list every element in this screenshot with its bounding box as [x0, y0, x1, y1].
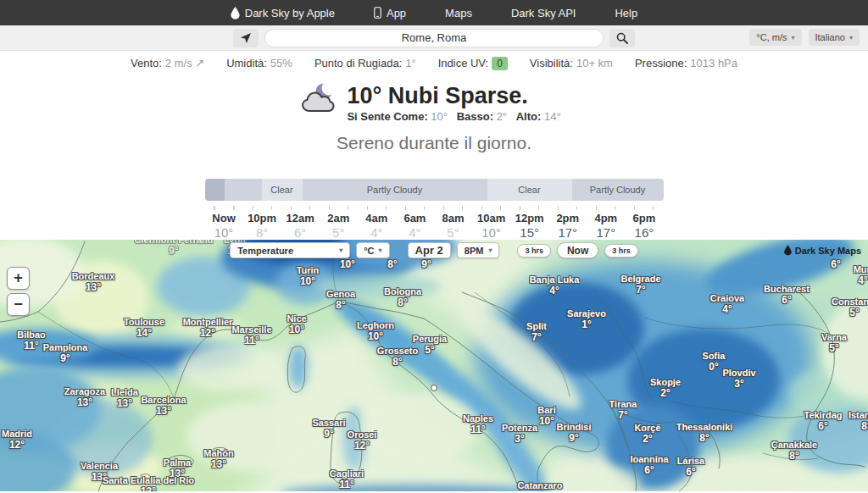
- timeline-hour: 10am10°: [472, 212, 510, 240]
- chevron-down-icon: ▾: [791, 34, 794, 42]
- timeline-segment[interactable]: [205, 179, 225, 201]
- map-unit-select[interactable]: °C ▾: [356, 242, 389, 258]
- hour-temp: 10°: [472, 225, 510, 240]
- stat-humidity: Umidità: 55%: [226, 57, 292, 69]
- chevron-down-icon: ▾: [488, 246, 492, 254]
- language-select[interactable]: Italiano ▾: [809, 29, 860, 46]
- timeline-hour: 2pm17°: [548, 212, 587, 240]
- timeline-segment[interactable]: Partly Cloudy: [303, 179, 487, 201]
- nav-item-api[interactable]: Dark Sky API: [511, 7, 576, 19]
- stat-label: Umidità:: [226, 57, 267, 69]
- day-summary: Sereno durante il giorno.: [0, 133, 868, 153]
- stat-value: 1013 hPa: [690, 57, 737, 69]
- hour-temp: 5°: [434, 225, 472, 240]
- stat-value: 2 m/s ↗: [165, 57, 204, 69]
- map-canvas[interactable]: [0, 240, 868, 491]
- stat-value: 10+ km: [576, 57, 613, 69]
- timeline-hours: Now10°10pm8°12am6°2am5°4am4°6am4°8am5°10…: [205, 212, 664, 240]
- timeline-ticks: [205, 206, 664, 210]
- hour-label: 8am: [434, 212, 472, 224]
- stat-visibility: Visibilità: 10+ km: [530, 57, 613, 69]
- map-forward-button[interactable]: 3 hrs: [604, 244, 638, 258]
- timeline-hour: 4am4°: [358, 212, 396, 240]
- timeline-hour: 12pm15°: [510, 212, 548, 240]
- stat-label: Visibilità:: [530, 57, 573, 69]
- stat-dew-point: Punto di Rugiada: 1°: [314, 57, 416, 69]
- stat-label: Pressione:: [635, 57, 687, 69]
- map-back-button[interactable]: 3 hrs: [517, 244, 551, 258]
- timeline-bar[interactable]: ClearPartly CloudyClearPartly Cloudy: [205, 179, 664, 201]
- nav-brand[interactable]: Dark Sky by Apple: [231, 7, 335, 19]
- nav-item-app[interactable]: App: [374, 7, 406, 19]
- nav-item-maps[interactable]: Maps: [445, 7, 472, 19]
- zoom-in-button[interactable]: +: [7, 267, 30, 290]
- timeline-segment[interactable]: Clear: [262, 179, 303, 201]
- chevron-down-icon: ▾: [379, 246, 382, 254]
- hour-label: Now: [205, 212, 243, 224]
- hour-label: 2pm: [548, 212, 587, 224]
- map-time-select[interactable]: 8PM ▾: [457, 242, 500, 258]
- hour-temp: 10°: [205, 225, 243, 240]
- hour-temp: 17°: [548, 225, 587, 240]
- search-button[interactable]: [609, 29, 635, 47]
- phone-icon: [374, 7, 381, 19]
- map-unit-value: °C: [364, 246, 374, 256]
- feels-like-row: Si Sente Come: 10° Basso: 2° Alto: 14°: [347, 110, 566, 123]
- language-select-value: Italiano: [815, 32, 845, 42]
- nav-item-label: Dark Sky API: [511, 7, 576, 19]
- map-date-label[interactable]: Apr 2: [408, 242, 451, 258]
- hour-label: 6pm: [625, 212, 663, 224]
- chevron-down-icon: ▾: [339, 246, 342, 254]
- units-select-value: °C, m/s: [756, 32, 787, 42]
- timeline-segment[interactable]: Partly Cloudy: [572, 179, 664, 201]
- zoom-out-button[interactable]: −: [7, 293, 30, 316]
- hourly-timeline: ClearPartly CloudyClearPartly Cloudy Now…: [205, 179, 664, 240]
- location-marker: [431, 385, 437, 391]
- low-value: 2°: [497, 110, 507, 123]
- map-toolbar: Temperature ▾ °C ▾ Apr 2 8PM ▾ 3 hrs Now…: [0, 242, 868, 258]
- current-conditions: 10° Nubi Sparse. Si Sente Come: 10° Bass…: [0, 75, 868, 166]
- hour-label: 2am: [320, 212, 358, 224]
- high-label: Alto:: [516, 110, 542, 123]
- timeline-hour: 2am5°: [320, 212, 358, 240]
- hour-temp: 4°: [358, 225, 396, 240]
- nav-item-help[interactable]: Help: [615, 7, 637, 19]
- hour-temp: 4°: [396, 225, 434, 240]
- stats-row: Vento: 2 m/s ↗ Umidità: 55% Punto di Rug…: [0, 51, 868, 75]
- map-now-button[interactable]: Now: [557, 242, 598, 258]
- hour-label: 10am: [472, 212, 510, 224]
- weather-map[interactable]: Clermont-Ferrand9°Lyon12°10°8°9°6°Mun4°T…: [0, 240, 868, 491]
- timeline-hour: 10pm8°: [243, 212, 281, 240]
- uv-badge: 0: [492, 57, 508, 70]
- search-input[interactable]: [264, 29, 604, 47]
- moon-behind-cloud-icon: [301, 82, 340, 113]
- low-label: Basso:: [457, 110, 493, 123]
- stat-pressure: Pressione: 1013 hPa: [635, 57, 737, 69]
- map-brand[interactable]: Dark Sky Maps: [784, 245, 861, 256]
- feels-like-label: Si Sente Come:: [347, 110, 427, 123]
- timeline-segment[interactable]: [225, 179, 262, 201]
- stat-wind: Vento: 2 m/s ↗: [131, 57, 204, 69]
- stat-label: Indice UV:: [438, 57, 489, 69]
- hour-temp: 16°: [625, 225, 663, 240]
- nav-brand-label: Dark Sky by Apple: [245, 7, 335, 19]
- hour-label: 6am: [396, 212, 434, 224]
- map-time-value: 8PM: [465, 246, 484, 256]
- high-value: 14°: [544, 110, 561, 123]
- timeline-hour: 6pm16°: [625, 212, 663, 240]
- timeline-hour: 6am4°: [396, 212, 434, 240]
- stat-value: 1°: [405, 57, 415, 69]
- map-brand-label: Dark Sky Maps: [795, 246, 861, 256]
- current-temp-summary: 10° Nubi Sparse.: [347, 82, 566, 109]
- droplet-icon: [231, 7, 240, 19]
- hour-label: 12am: [281, 212, 320, 224]
- timeline-segment[interactable]: Clear: [487, 179, 572, 201]
- locate-button[interactable]: [233, 29, 259, 47]
- nav-item-label: Maps: [445, 7, 472, 19]
- timeline-hour: 4pm17°: [587, 212, 625, 240]
- chevron-down-icon: ▾: [849, 34, 853, 42]
- units-select[interactable]: °C, m/s ▾: [749, 29, 801, 46]
- nav-item-label: Help: [615, 7, 637, 19]
- hour-temp: 6°: [281, 225, 320, 240]
- map-layer-select[interactable]: Temperature ▾: [230, 242, 350, 258]
